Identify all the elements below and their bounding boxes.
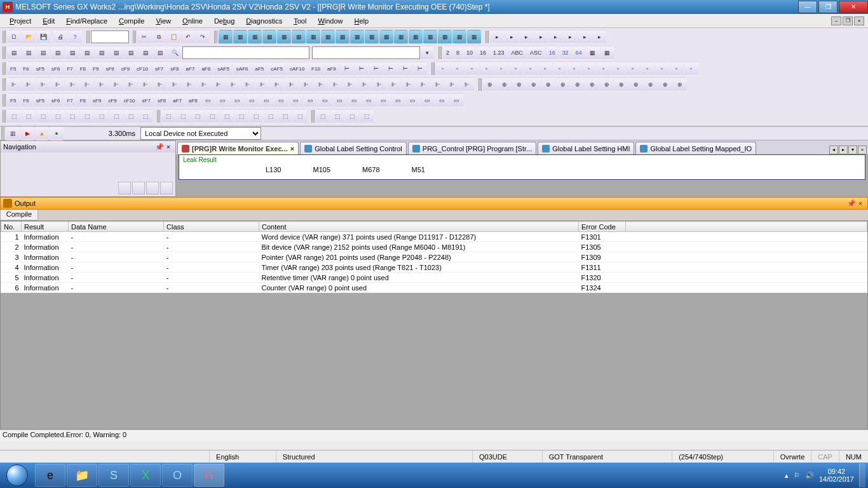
radix-2[interactable]: 2 [443, 46, 452, 60]
col-errorcode[interactable]: Error Code [579, 222, 626, 232]
edit-tool-12[interactable]: ▫ [611, 62, 625, 76]
edit-tool-6[interactable]: ▫ [524, 62, 538, 76]
disp-asc[interactable]: ASC [527, 46, 545, 60]
online-tool-16[interactable]: ▦ [452, 30, 466, 44]
ladder-key-sF8[interactable]: sF8 [167, 62, 182, 76]
sfc2-tool-6[interactable]: ⬚ [249, 109, 263, 123]
ladder-key-aF8[interactable]: aF8 [198, 62, 214, 76]
zoom-tool-7[interactable]: ⊕ [585, 78, 599, 92]
sfc-tool-3[interactable]: ⬚ [51, 109, 65, 123]
element-tool-2[interactable]: ⊩ [36, 78, 50, 92]
online-tool-3[interactable]: ▦ [262, 30, 276, 44]
edit-tool-11[interactable]: ▫ [597, 62, 611, 76]
ld-tool-4[interactable]: ▭ [260, 93, 274, 107]
ld-tool-3[interactable]: ▭ [245, 93, 259, 107]
ladder-sym-0[interactable]: ⊢ [340, 62, 354, 76]
sfc-tool-8[interactable]: ⬚ [124, 109, 138, 123]
toolbar-grip[interactable] [157, 110, 160, 123]
taskbar-gxworks[interactable]: H [194, 464, 224, 487]
sfc2-tool-9[interactable]: ⬚ [293, 109, 307, 123]
sfc2-tool-7[interactable]: ⬚ [264, 109, 278, 123]
sfc-tool-9[interactable]: ⬚ [139, 109, 153, 123]
sfc3-tool-2[interactable]: ⬚ [345, 109, 359, 123]
zoom-tool-2[interactable]: ⊕ [512, 78, 526, 92]
ladder-key-sAF6[interactable]: sAF6 [233, 62, 252, 76]
online-tool-6[interactable]: ▦ [306, 30, 320, 44]
tray-volume-icon[interactable]: 🔊 [805, 471, 814, 480]
disp-16b[interactable]: 16 [546, 46, 559, 60]
ld-key2-sF5[interactable]: sF5 [33, 93, 48, 107]
show-desktop[interactable] [859, 463, 865, 487]
ld-tool-11[interactable]: ▭ [362, 93, 376, 107]
col-no[interactable]: No. [1, 222, 22, 232]
ld-key2-aF7[interactable]: aF7 [170, 93, 185, 107]
online-tool-11[interactable]: ▦ [379, 30, 393, 44]
ld-tool-0[interactable]: ▭ [201, 93, 215, 107]
online-tool-4[interactable]: ▦ [277, 30, 291, 44]
edit-tool-7[interactable]: ▫ [538, 62, 552, 76]
toolbar-grip[interactable] [3, 46, 6, 59]
zoom-tool-4[interactable]: ⊕ [541, 78, 555, 92]
sfc2-tool-5[interactable]: ⬚ [234, 109, 248, 123]
menu-online[interactable]: Online [177, 16, 208, 26]
radix-16[interactable]: 16 [477, 46, 489, 60]
element-tool-18[interactable]: ⊩ [270, 78, 284, 92]
ld-key2-sF8[interactable]: sF8 [154, 93, 169, 107]
ld-key2-aF8[interactable]: aF8 [186, 93, 201, 107]
element-tool-4[interactable]: ⊩ [65, 78, 79, 92]
nav-close-icon[interactable]: × [164, 143, 173, 151]
element-tool-7[interactable]: ⊩ [109, 78, 123, 92]
zoom-tool-0[interactable]: ⊕ [483, 78, 497, 92]
online-tool-15[interactable]: ▦ [438, 30, 452, 44]
ld-key2-F7[interactable]: F7 [64, 93, 76, 107]
debug-tool-3[interactable]: ▸ [534, 30, 548, 44]
toolbar-grip[interactable] [478, 78, 482, 91]
radix-10[interactable]: 10 [463, 46, 476, 60]
mdi-restore[interactable]: ❐ [843, 17, 853, 25]
open-button[interactable]: 📂 [22, 30, 36, 44]
menu-compile[interactable]: Compile [113, 16, 150, 26]
ld-tool-10[interactable]: ▭ [348, 93, 362, 107]
ld-tool-9[interactable]: ▭ [333, 93, 347, 107]
tab-prg-write-monitor[interactable]: [PRG]R Write Monitor Exec... × [177, 142, 299, 154]
menu-edit[interactable]: Edit [37, 16, 60, 26]
ld-key2-F8[interactable]: F8 [77, 93, 89, 107]
print-button[interactable]: 🖨 [53, 30, 67, 44]
element-tool-15[interactable]: ⊩ [226, 78, 240, 92]
nav-pin-icon[interactable]: 📌 [155, 143, 164, 151]
edit-tool-14[interactable]: ▫ [641, 62, 654, 76]
zoom-tool-11[interactable]: ⊕ [644, 78, 658, 92]
debug-tool-6[interactable]: ▸ [578, 30, 592, 44]
view-tool-2[interactable]: ▤ [36, 46, 50, 60]
edit-tool-0[interactable]: ▫ [436, 62, 450, 76]
view-tool-7[interactable]: ▤ [109, 46, 123, 60]
tab-close[interactable]: × [858, 146, 867, 154]
element-tool-9[interactable]: ⊩ [139, 78, 153, 92]
ladder-key-cAF10[interactable]: cAF10 [287, 62, 308, 76]
close-button[interactable]: ✕ [839, 1, 868, 13]
redo-button[interactable]: ↷ [196, 30, 210, 44]
element-tool-5[interactable]: ⊩ [80, 78, 94, 92]
element-tool-27[interactable]: ⊩ [402, 78, 416, 92]
disp-32b[interactable]: 32 [559, 46, 572, 60]
ladder-key-aF5[interactable]: aF5 [252, 62, 268, 76]
toolbar-grip[interactable] [311, 110, 315, 123]
toolbar-grip[interactable] [1, 127, 4, 140]
element-tool-12[interactable]: ⊩ [182, 78, 196, 92]
nav-btn-2[interactable] [132, 182, 145, 194]
element-tool-10[interactable]: ⊩ [153, 78, 167, 92]
element-tool-11[interactable]: ⊩ [168, 78, 182, 92]
zoom-tool-5[interactable]: ⊕ [556, 78, 570, 92]
ladder-key-F9[interactable]: F9 [90, 62, 102, 76]
sfc-tool-2[interactable]: ⬚ [36, 109, 50, 123]
output-pin-icon[interactable]: 📌 [847, 200, 856, 208]
maximize-button[interactable]: ❐ [818, 1, 837, 13]
toolbar-grip[interactable] [3, 110, 6, 123]
ladder-key-sAF5[interactable]: sAF5 [214, 62, 233, 76]
new-button[interactable]: 🗋 [7, 30, 21, 44]
ladder-key-aF7[interactable]: aF7 [183, 62, 198, 76]
menu-tool[interactable]: Tool [288, 16, 312, 26]
menu-debug[interactable]: Debug [208, 16, 240, 26]
ladder-sym-3[interactable]: ⊢ [384, 62, 398, 76]
online-tool-9[interactable]: ▦ [350, 30, 364, 44]
